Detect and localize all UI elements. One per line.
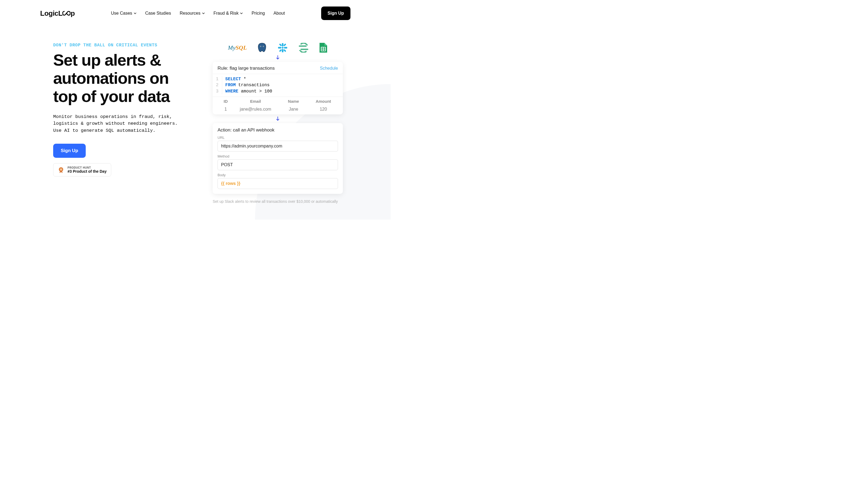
integrations-row: MySQL bbox=[205, 43, 350, 53]
main: DON'T DROP THE BALL ON CRITICAL EVENTS S… bbox=[0, 27, 391, 204]
col-amount: Amount bbox=[310, 99, 337, 104]
product-hunt-badge[interactable]: 3 PRODUCT HUNT #3 Product of the Day bbox=[53, 163, 111, 176]
line-gutter: 123 bbox=[213, 76, 222, 94]
kw-where: WHERE bbox=[225, 89, 239, 94]
svg-rect-13 bbox=[283, 43, 286, 46]
hero-left: DON'T DROP THE BALL ON CRITICAL EVENTS S… bbox=[53, 43, 189, 204]
url-label: URL bbox=[218, 135, 338, 140]
svg-text:3: 3 bbox=[61, 169, 62, 170]
svg-rect-12 bbox=[279, 43, 282, 46]
cell-email: jane@rules.com bbox=[234, 107, 277, 112]
ph-label: PRODUCT HUNT bbox=[67, 166, 106, 169]
svg-rect-11 bbox=[282, 46, 284, 49]
nav-label: Use Cases bbox=[111, 11, 132, 16]
method-label: Method bbox=[218, 154, 338, 158]
chevron-down-icon bbox=[240, 12, 243, 14]
schedule-link[interactable]: Schedule bbox=[320, 66, 338, 71]
postgres-icon bbox=[257, 43, 267, 53]
nav: Use Cases Case Studies Resources Fraud &… bbox=[111, 11, 285, 16]
rule-card: Rule: flag large transactions Schedule 1… bbox=[213, 62, 343, 115]
nav-label: About bbox=[273, 11, 285, 16]
results-row: 1 jane@rules.com Jane 120 bbox=[213, 106, 343, 115]
body-input[interactable]: {{ rows }} bbox=[218, 178, 338, 189]
arrow-down-icon bbox=[205, 116, 350, 122]
svg-rect-15 bbox=[283, 49, 286, 52]
rule-title: Rule: flag large transactions bbox=[218, 66, 275, 71]
eyebrow: DON'T DROP THE BALL ON CRITICAL EVENTS bbox=[53, 43, 189, 48]
nav-about[interactable]: About bbox=[273, 11, 285, 16]
nav-pricing[interactable]: Pricing bbox=[251, 11, 265, 16]
kw-from: FROM bbox=[225, 83, 236, 88]
code-text: * bbox=[241, 77, 246, 82]
svg-rect-8 bbox=[282, 49, 283, 52]
svg-point-17 bbox=[299, 50, 300, 51]
segment-icon bbox=[299, 43, 309, 53]
col-email: Email bbox=[234, 99, 277, 104]
nav-use-cases[interactable]: Use Cases bbox=[111, 11, 136, 16]
nav-label: Pricing bbox=[251, 11, 265, 16]
kw-select: SELECT bbox=[225, 77, 241, 82]
headline: Set up alerts & automations on top of yo… bbox=[53, 51, 189, 106]
subhead: Monitor business operations in fraud, ri… bbox=[53, 113, 186, 134]
svg-point-5 bbox=[260, 46, 261, 46]
code-text: amount > 100 bbox=[239, 89, 272, 94]
nav-label: Resources bbox=[180, 11, 200, 16]
nav-label: Case Studies bbox=[145, 11, 171, 16]
snowflake-icon bbox=[277, 43, 288, 53]
medal-icon: 3 bbox=[58, 167, 64, 173]
svg-rect-14 bbox=[279, 49, 282, 52]
header: LogicLp Use Cases Case Studies Resources… bbox=[0, 0, 391, 27]
col-id: ID bbox=[218, 99, 234, 104]
footnote: Set up Slack alerts to review all transa… bbox=[213, 199, 343, 204]
body-label: Body bbox=[218, 173, 338, 177]
hero-right: MySQL Rule: flag large transactions Sche… bbox=[205, 43, 350, 204]
ph-rank: #3 Product of the Day bbox=[67, 169, 106, 173]
svg-point-16 bbox=[307, 44, 308, 45]
chevron-down-icon bbox=[134, 12, 136, 14]
action-card: Action: call an API webhook URL Method B… bbox=[213, 123, 343, 194]
code-text: transactions bbox=[236, 83, 270, 88]
svg-point-6 bbox=[263, 46, 264, 46]
nav-label: Fraud & Risk bbox=[214, 11, 239, 16]
col-name: Name bbox=[277, 99, 310, 104]
method-input[interactable] bbox=[218, 159, 338, 170]
url-input[interactable] bbox=[218, 141, 338, 152]
nav-fraud-risk[interactable]: Fraud & Risk bbox=[214, 11, 243, 16]
mysql-icon: MySQL bbox=[228, 43, 247, 53]
cell-amount: 120 bbox=[310, 107, 337, 112]
arrow-down-icon bbox=[205, 55, 350, 60]
sql-editor[interactable]: 123 SELECT * FROM transactions WHERE amo… bbox=[213, 74, 343, 97]
action-title: Action: call an API webhook bbox=[218, 127, 338, 133]
chevron-down-icon bbox=[202, 12, 205, 14]
signup-button-header[interactable]: Sign Up bbox=[321, 6, 350, 20]
svg-rect-9 bbox=[278, 47, 281, 48]
sheets-icon bbox=[319, 43, 328, 53]
svg-rect-10 bbox=[284, 47, 287, 48]
svg-rect-7 bbox=[282, 43, 283, 46]
cell-id: 1 bbox=[218, 107, 234, 112]
nav-resources[interactable]: Resources bbox=[180, 11, 205, 16]
results-header: ID Email Name Amount bbox=[213, 97, 343, 106]
logo[interactable]: LogicLp bbox=[40, 9, 75, 18]
cell-name: Jane bbox=[277, 107, 310, 112]
nav-case-studies[interactable]: Case Studies bbox=[145, 11, 171, 16]
signup-button-primary[interactable]: Sign Up bbox=[53, 144, 86, 158]
